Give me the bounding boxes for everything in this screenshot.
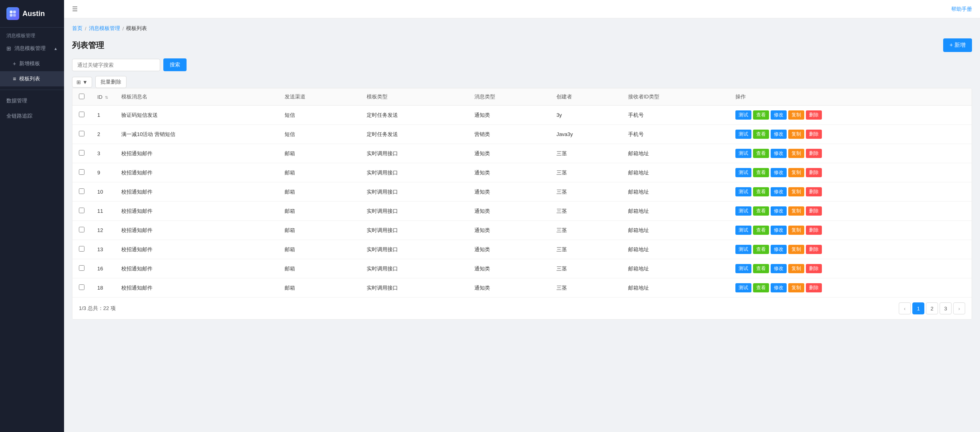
row-message-type: 通知类 xyxy=(468,163,550,182)
test-button-11[interactable]: 测试 xyxy=(735,206,751,216)
test-button-1[interactable]: 测试 xyxy=(735,110,751,120)
view-button-3[interactable]: 查看 xyxy=(753,149,769,158)
help-link[interactable]: 帮助手册 xyxy=(951,6,972,13)
row-checkbox-9[interactable] xyxy=(79,169,84,175)
svg-rect-2 xyxy=(10,14,13,17)
page-1-button[interactable]: 1 xyxy=(912,302,924,314)
copy-button-10[interactable]: 复制 xyxy=(788,187,804,196)
delete-button-9[interactable]: 删除 xyxy=(806,168,822,177)
row-checkbox-cell xyxy=(72,259,91,278)
edit-button-12[interactable]: 修改 xyxy=(771,226,787,235)
header-id[interactable]: ID ⇅ xyxy=(91,88,115,106)
test-button-12[interactable]: 测试 xyxy=(735,226,751,235)
breadcrumb-home[interactable]: 首页 xyxy=(72,25,82,32)
row-checkbox-1[interactable] xyxy=(79,112,84,117)
row-checkbox-18[interactable] xyxy=(79,284,84,290)
edit-button-16[interactable]: 修改 xyxy=(771,264,787,273)
row-checkbox-13[interactable] xyxy=(79,246,84,252)
delete-button-11[interactable]: 删除 xyxy=(806,206,822,216)
row-checkbox-11[interactable] xyxy=(79,208,84,213)
grid-view-button[interactable]: ⊞ ▼ xyxy=(72,77,92,88)
test-button-3[interactable]: 测试 xyxy=(735,149,751,158)
sidebar-item-data-management[interactable]: 数据管理 xyxy=(0,93,64,108)
delete-button-13[interactable]: 删除 xyxy=(806,245,822,254)
row-checkbox-2[interactable] xyxy=(79,131,84,136)
grid-label: ▼ xyxy=(82,79,88,85)
new-button[interactable]: + 新增 xyxy=(943,38,972,52)
edit-button-11[interactable]: 修改 xyxy=(771,206,787,216)
test-button-18[interactable]: 测试 xyxy=(735,283,751,292)
sidebar-item-label: 新增模板 xyxy=(19,60,40,67)
view-button-18[interactable]: 查看 xyxy=(753,283,769,292)
select-all-checkbox[interactable] xyxy=(79,94,84,99)
row-creator: 三茎 xyxy=(550,202,622,221)
row-creator: 三茎 xyxy=(550,144,622,163)
view-button-1[interactable]: 查看 xyxy=(753,110,769,120)
row-checkbox-16[interactable] xyxy=(79,265,84,271)
view-button-11[interactable]: 查看 xyxy=(753,206,769,216)
row-checkbox-3[interactable] xyxy=(79,150,84,156)
delete-button-18[interactable]: 删除 xyxy=(806,283,822,292)
view-button-9[interactable]: 查看 xyxy=(753,168,769,177)
delete-button-12[interactable]: 删除 xyxy=(806,226,822,235)
row-id: 2 xyxy=(91,125,115,144)
test-button-13[interactable]: 测试 xyxy=(735,245,751,254)
copy-button-13[interactable]: 复制 xyxy=(788,245,804,254)
row-channel: 短信 xyxy=(278,125,360,144)
edit-button-2[interactable]: 修改 xyxy=(771,130,787,139)
page-prev-button[interactable]: ‹ xyxy=(899,302,911,314)
page-header: 列表管理 + 新增 xyxy=(72,38,972,52)
delete-button-1[interactable]: 删除 xyxy=(806,110,822,120)
menu-toggle-icon[interactable]: ☰ xyxy=(72,5,78,13)
view-button-2[interactable]: 查看 xyxy=(753,130,769,139)
page-2-button[interactable]: 2 xyxy=(926,302,938,314)
delete-button-2[interactable]: 删除 xyxy=(806,130,822,139)
test-button-2[interactable]: 测试 xyxy=(735,130,751,139)
view-button-13[interactable]: 查看 xyxy=(753,245,769,254)
page-next-button[interactable]: › xyxy=(953,302,965,314)
sidebar-item-add-template[interactable]: + 新增模板 xyxy=(0,56,64,71)
edit-button-13[interactable]: 修改 xyxy=(771,245,787,254)
row-checkbox-12[interactable] xyxy=(79,227,84,232)
test-button-16[interactable]: 测试 xyxy=(735,264,751,273)
page-3-button[interactable]: 3 xyxy=(940,302,952,314)
search-button[interactable]: 搜索 xyxy=(163,58,187,71)
delete-button-10[interactable]: 删除 xyxy=(806,187,822,196)
copy-button-3[interactable]: 复制 xyxy=(788,149,804,158)
row-receiver-type: 邮箱地址 xyxy=(622,259,729,278)
delete-button-3[interactable]: 删除 xyxy=(806,149,822,158)
page-buttons: ‹ 1 2 3 › xyxy=(899,302,965,314)
table-row: 18 校招通知邮件 邮箱 实时调用接口 通知类 三茎 邮箱地址 测试 查看 修改… xyxy=(72,278,972,298)
page-title: 列表管理 xyxy=(72,40,104,51)
copy-button-2[interactable]: 复制 xyxy=(788,130,804,139)
test-button-9[interactable]: 测试 xyxy=(735,168,751,177)
copy-button-16[interactable]: 复制 xyxy=(788,264,804,273)
test-button-10[interactable]: 测试 xyxy=(735,187,751,196)
table-row: 2 满一减10活动 营销短信 短信 定时任务发送 营销类 Java3y 手机号 … xyxy=(72,125,972,144)
edit-button-9[interactable]: 修改 xyxy=(771,168,787,177)
view-button-10[interactable]: 查看 xyxy=(753,187,769,196)
sidebar-item-full-chain-trace[interactable]: 全链路追踪 xyxy=(0,108,64,124)
search-input[interactable] xyxy=(72,59,160,71)
row-checkbox-10[interactable] xyxy=(79,188,84,194)
view-button-16[interactable]: 查看 xyxy=(753,264,769,273)
copy-button-12[interactable]: 复制 xyxy=(788,226,804,235)
batch-delete-button[interactable]: 批量删除 xyxy=(95,76,127,88)
edit-button-1[interactable]: 修改 xyxy=(771,110,787,120)
edit-button-3[interactable]: 修改 xyxy=(771,149,787,158)
row-name: 校招通知邮件 xyxy=(115,240,278,259)
copy-button-11[interactable]: 复制 xyxy=(788,206,804,216)
view-button-12[interactable]: 查看 xyxy=(753,226,769,235)
table-row: 13 校招通知邮件 邮箱 实时调用接口 通知类 三茎 邮箱地址 测试 查看 修改… xyxy=(72,240,972,259)
logo[interactable]: Austin xyxy=(0,0,64,28)
sidebar-item-template-list[interactable]: ≡ 模板列表 xyxy=(0,71,64,86)
delete-button-16[interactable]: 删除 xyxy=(806,264,822,273)
sidebar-item-template-management[interactable]: ⊞ 消息模板管理 ▲ xyxy=(0,41,64,56)
copy-button-1[interactable]: 复制 xyxy=(788,110,804,120)
copy-button-9[interactable]: 复制 xyxy=(788,168,804,177)
breadcrumb-template-management[interactable]: 消息模板管理 xyxy=(89,25,120,32)
edit-button-18[interactable]: 修改 xyxy=(771,283,787,292)
row-checkbox-cell xyxy=(72,182,91,202)
edit-button-10[interactable]: 修改 xyxy=(771,187,787,196)
copy-button-18[interactable]: 复制 xyxy=(788,283,804,292)
